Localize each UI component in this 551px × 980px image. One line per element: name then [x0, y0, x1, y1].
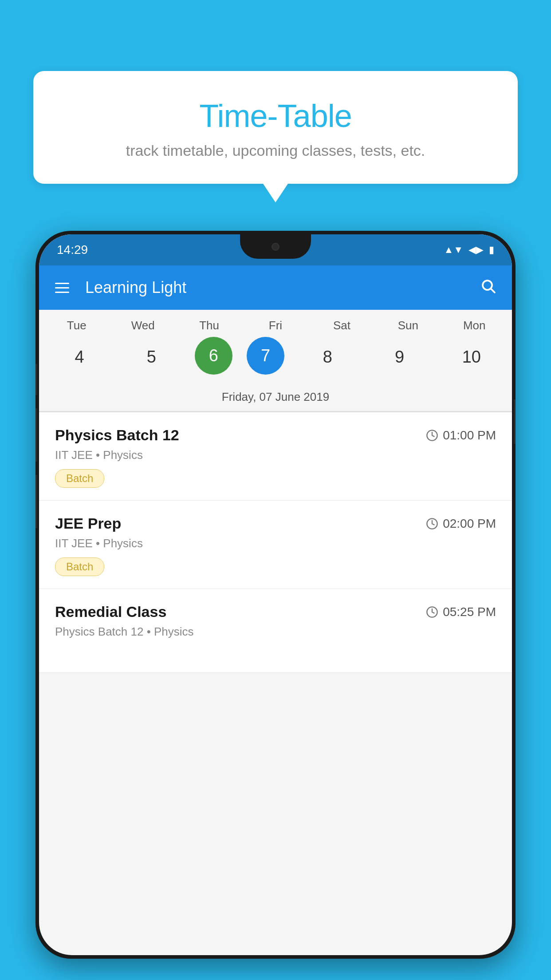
class-list: Physics Batch 12 01:00 PM IIT JEE • Phys… — [39, 412, 512, 673]
speech-bubble: Time-Table track timetable, upcoming cla… — [33, 71, 518, 184]
app-title: Learning Light — [85, 278, 480, 297]
svg-line-1 — [491, 288, 495, 292]
day-4[interactable]: 4 — [51, 337, 108, 377]
phone-frame: 14:29 ▲▼ ◀▶ ▮ Learning Light — [35, 231, 516, 959]
class-time-1: 01:00 PM — [426, 428, 496, 443]
day-label-mon: Mon — [445, 319, 503, 332]
day-label-wed: Wed — [114, 319, 172, 332]
class-time-2: 02:00 PM — [426, 517, 496, 531]
class-time-3: 05:25 PM — [426, 605, 496, 619]
notch — [240, 234, 311, 259]
batch-badge-1: Batch — [55, 469, 104, 488]
battery-icon: ▮ — [489, 244, 494, 256]
bubble-subtitle: track timetable, upcoming classes, tests… — [55, 142, 496, 159]
day-5[interactable]: 5 — [122, 337, 180, 377]
class-meta-1: IIT JEE • Physics — [55, 448, 496, 462]
class-name-3: Remedial Class — [55, 603, 166, 620]
class-item-1[interactable]: Physics Batch 12 01:00 PM IIT JEE • Phys… — [39, 412, 512, 501]
status-icons: ▲▼ ◀▶ ▮ — [444, 244, 494, 256]
day-label-sat: Sat — [313, 319, 370, 332]
selected-date-label: Friday, 07 June 2019 — [39, 386, 512, 411]
day-label-thu: Thu — [181, 319, 238, 332]
clock-icon-1 — [426, 429, 438, 442]
batch-badge-2: Batch — [55, 557, 104, 576]
status-bar: 14:29 ▲▼ ◀▶ ▮ — [39, 234, 512, 265]
search-button[interactable] — [480, 278, 496, 298]
camera — [272, 243, 279, 251]
bubble-title: Time-Table — [55, 98, 496, 134]
class-name-1: Physics Batch 12 — [55, 427, 179, 444]
class-item-2[interactable]: JEE Prep 02:00 PM IIT JEE • Physics Batc… — [39, 501, 512, 589]
class-name-2: JEE Prep — [55, 515, 121, 532]
volume-up-button — [35, 408, 37, 462]
day-7-selected[interactable]: 7 — [247, 337, 284, 375]
clock-icon-2 — [426, 518, 438, 530]
clock-icon-3 — [426, 606, 438, 618]
day-labels: Tue Wed Thu Fri Sat Sun Mon — [39, 319, 512, 337]
day-label-fri: Fri — [247, 319, 304, 332]
class-item-3[interactable]: Remedial Class 05:25 PM Physics Batch 12… — [39, 589, 512, 673]
menu-button[interactable] — [55, 283, 69, 293]
class-meta-3: Physics Batch 12 • Physics — [55, 625, 496, 639]
power-button — [514, 399, 516, 444]
class-meta-2: IIT JEE • Physics — [55, 537, 496, 550]
day-6-today[interactable]: 6 — [195, 337, 232, 375]
app-toolbar: Learning Light — [39, 265, 512, 310]
day-numbers: 4 5 6 7 8 9 10 — [39, 337, 512, 386]
calendar-strip: Tue Wed Thu Fri Sat Sun Mon 4 5 6 7 8 9 … — [39, 310, 512, 411]
phone-screen: 14:29 ▲▼ ◀▶ ▮ Learning Light — [39, 234, 512, 955]
status-time: 14:29 — [57, 243, 88, 257]
day-9[interactable]: 9 — [371, 337, 429, 377]
day-label-sun: Sun — [379, 319, 437, 332]
volume-down-button — [35, 475, 37, 528]
signal-icon: ◀▶ — [468, 244, 484, 256]
day-10[interactable]: 10 — [443, 337, 500, 377]
mute-button — [35, 364, 37, 395]
day-label-tue: Tue — [48, 319, 106, 332]
wifi-icon: ▲▼ — [444, 244, 463, 256]
day-8[interactable]: 8 — [299, 337, 356, 377]
